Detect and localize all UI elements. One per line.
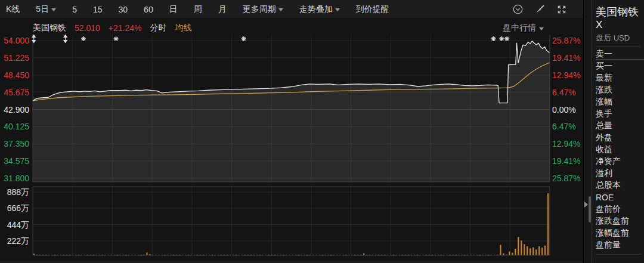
quote-field-row-1[interactable]: 买一 [596, 60, 644, 72]
quote-field-row-0[interactable]: 卖一 [596, 48, 644, 60]
toolbar-icons [513, 4, 577, 14]
toolbar-item-label: 30 [119, 5, 128, 14]
toolbar-item-label: K线 [6, 4, 20, 15]
sidebar-stock-name: 美国钢铁 [596, 5, 644, 18]
event-star-marker-icon[interactable] [242, 36, 246, 41]
sidebar-session-currency: 盘后 USD [596, 33, 644, 44]
toolbar-item-6[interactable]: 日 [169, 4, 178, 15]
toolbar-item-label: 走势叠加 [299, 4, 333, 15]
divider [596, 254, 642, 255]
toolbar-item-label: 周 [194, 4, 202, 15]
fullscreen-icon[interactable] [557, 5, 566, 14]
chart-legend: 美国钢铁 52.010 +21.24% 分时 均线 [33, 23, 192, 33]
quote-field-label: 总量 [596, 120, 612, 131]
session-view-dropdown[interactable]: 盘中行情 [503, 23, 544, 33]
sidebar-scrollbar[interactable] [589, 196, 591, 222]
chart-panel: 54.00051.22548.45045.67542.90040.12537.3… [0, 0, 583, 263]
quote-field-label: 溢利 [596, 168, 612, 179]
toolbar-item-label: 5 [72, 5, 77, 14]
period-tabs: K线5日5153060日周月更多周期走势叠加到价提醒 [6, 4, 389, 15]
quote-sidebar: 美国钢铁 X 盘后 USD 卖一买一最新涨跌涨幅换手总量外盘收益净资产溢利总股本… [583, 0, 644, 263]
event-star-marker-icon[interactable] [491, 36, 496, 41]
toolbar-item-label: 15 [93, 5, 103, 14]
quote-field-label: 盘前量 [596, 240, 621, 250]
quote-field-row-2[interactable]: 最新 [596, 72, 644, 84]
toolbar-item-1[interactable]: 5日 [36, 4, 56, 15]
event-star-marker-icon[interactable] [81, 36, 86, 41]
quote-field-label: 涨幅 [596, 97, 612, 107]
legend-stock-name: 美国钢铁 [33, 23, 66, 33]
stock-trading-app: 54.00051.22548.45045.67542.90040.12537.3… [0, 0, 644, 263]
quote-field-label: 净资产 [596, 156, 621, 167]
quote-field-label: 买一 [596, 61, 612, 72]
toolbar-item-5[interactable]: 60 [144, 5, 153, 14]
chevron-down-icon [539, 27, 544, 30]
quote-field-row-10[interactable]: 溢利 [596, 168, 644, 180]
quote-field-label: ROE [596, 193, 614, 202]
legend-last-price: 52.010 [75, 23, 100, 33]
session-label: 盘后 [596, 33, 611, 42]
toolbar-item-label: 日 [169, 4, 178, 15]
legend-change-percent: +21.24% [109, 23, 142, 33]
session-view-label: 盘中行情 [503, 23, 536, 33]
quote-field-row-13[interactable]: 盘前价 [596, 203, 644, 215]
toolbar-item-label: 更多周期 [243, 4, 276, 15]
toolbar-item-0[interactable]: K线 [6, 4, 20, 15]
quote-field-label: 收益 [596, 144, 612, 155]
quote-field-row-7[interactable]: 外盘 [596, 132, 644, 144]
quote-field-row-8[interactable]: 收益 [596, 144, 644, 156]
event-updown-marker-icon[interactable] [64, 35, 67, 43]
quote-field-label: 涨跌盘前 [596, 216, 629, 227]
chart-toolbar: K线5日5153060日周月更多周期走势叠加到价提醒 [0, 0, 583, 19]
quote-field-label: 卖一 [596, 49, 612, 60]
toolbar-item-3[interactable]: 15 [93, 5, 103, 14]
quote-field-label: 外盘 [596, 132, 612, 143]
divider [596, 47, 640, 47]
quote-field-label: 涨跌 [596, 85, 612, 95]
quote-field-label: 盘前价 [596, 204, 621, 215]
toolbar-item-4[interactable]: 30 [119, 5, 128, 14]
legend-ma-label: 均线 [175, 23, 192, 33]
time-axis-strip [0, 261, 583, 263]
quote-field-row-16[interactable]: 盘前量 [596, 239, 644, 251]
toolbar-item-label: 月 [218, 4, 227, 15]
sidebar-ticker-symbol: X [596, 18, 644, 32]
quote-field-label: 换手 [596, 109, 612, 119]
quote-field-row-6[interactable]: 总量 [596, 120, 644, 132]
sidebar-collapse-arrow-icon[interactable] [584, 202, 588, 208]
quote-field-label: 最新 [596, 73, 612, 83]
chevron-down-icon [278, 8, 283, 11]
chevron-down-icon [51, 8, 56, 11]
chevron-down-icon [335, 8, 340, 11]
quote-field-row-4[interactable]: 涨幅 [596, 96, 644, 108]
quote-field-label: 涨幅盘前 [596, 228, 629, 239]
toolbar-item-label: 60 [144, 5, 153, 14]
quote-field-list: 卖一买一最新涨跌涨幅换手总量外盘收益净资产溢利总股本ROE盘前价涨跌盘前涨幅盘前… [596, 48, 644, 251]
quote-field-label: 总股本 [596, 180, 621, 191]
toolbar-item-11[interactable]: 到价提醒 [356, 4, 389, 15]
toolbar-item-8[interactable]: 月 [218, 4, 227, 15]
quote-field-row-12[interactable]: ROE [596, 191, 644, 203]
toolbar-item-2[interactable]: 5 [72, 5, 77, 14]
quote-field-row-5[interactable]: 换手 [596, 108, 644, 120]
toolbar-item-label: 到价提醒 [356, 4, 389, 15]
toolbar-item-9[interactable]: 更多周期 [243, 4, 283, 15]
quote-field-row-15[interactable]: 涨幅盘前 [596, 227, 644, 239]
quote-sidebar-content: 美国钢铁 X 盘后 USD 卖一买一最新涨跌涨幅换手总量外盘收益净资产溢利总股本… [592, 0, 644, 263]
intraday-chart-svg[interactable] [0, 0, 583, 263]
currency-label: USD [614, 33, 630, 42]
toolbar-item-10[interactable]: 走势叠加 [299, 4, 340, 15]
event-star-marker-icon[interactable] [504, 36, 509, 41]
toolbar-item-label: 5日 [36, 4, 49, 15]
quote-field-row-9[interactable]: 净资产 [596, 156, 644, 168]
legend-mode-label: 分时 [150, 23, 167, 33]
brush-icon[interactable] [535, 4, 545, 14]
toolbar-item-7[interactable]: 周 [194, 4, 202, 15]
event-star-marker-icon[interactable] [499, 36, 504, 41]
quote-field-row-14[interactable]: 涨跌盘前 [596, 215, 644, 227]
quote-field-row-11[interactable]: 总股本 [596, 180, 644, 191]
quote-field-row-3[interactable]: 涨跌 [596, 84, 644, 96]
notify-circle-icon[interactable] [513, 4, 523, 14]
